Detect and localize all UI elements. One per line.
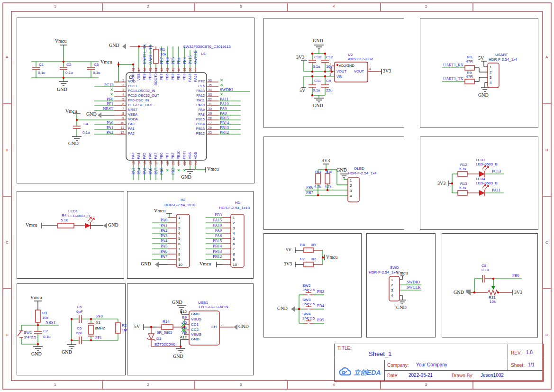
net-flag-3v3[interactable]: 3V3 [284,262,292,266]
net-label[interactable]: PA11 [492,188,500,192]
net-label[interactable]: PA3 [146,233,167,238]
net-label[interactable]: PF1 [95,336,102,340]
res-value[interactable]: 47R [466,75,473,79]
res-value[interactable]: 0R [311,243,316,247]
cap-ref[interactable]: C11 [314,79,321,83]
regulator-ref[interactable]: U2 [348,53,353,57]
net-label[interactable]: PB7 [160,57,164,64]
net-label[interactable]: PB5 [171,57,175,64]
net-label[interactable]: PA0 [78,120,113,125]
resistor[interactable] [458,191,467,195]
net-flag-gnd[interactable]: GND [68,141,79,146]
header-part[interactable]: HDR-F-2.54_1x4 [369,271,397,274]
net-label[interactable]: PA15 [188,55,192,64]
resistor[interactable] [36,310,40,322]
net-label[interactable]: PC13 [78,82,113,87]
res-value[interactable]: 47R [466,60,473,64]
net-label[interactable]: ✕ [220,82,233,87]
sheet-title[interactable]: Sheet_1 [369,351,391,357]
net-label[interactable]: NRST [45,320,56,325]
led-ref[interactable]: LED3 [476,158,485,162]
net-label[interactable]: SWCLK [194,50,198,64]
net-label[interactable] [201,259,222,264]
cap-ref[interactable]: C12 [326,55,333,59]
header-part[interactable]: HDR-F-2.54_1x10 [164,203,195,207]
net-label[interactable]: PA8 [220,111,233,116]
net-label[interactable]: UART1_RX [443,63,463,67]
switch-ref[interactable]: SW2 [302,284,310,288]
cap-ref[interactable]: C6 [77,327,82,330]
net-label[interactable]: PB6 [165,57,170,64]
cap-value[interactable]: 0.1u [38,71,45,75]
net-label[interactable]: PB14 [201,244,222,249]
net-label[interactable]: SWDIO [407,280,420,284]
net-label[interactable]: PA2 [78,130,113,135]
net-flag-gnd[interactable]: GND [172,300,182,305]
net-label[interactable]: PB2 [171,168,175,175]
cap-value[interactable]: 0.1u [93,71,100,75]
net-label[interactable]: PA2 [146,228,167,233]
net-label[interactable]: UART1_TX [443,77,463,81]
cap-value[interactable]: 0.1u [481,268,489,272]
res-ref[interactable]: R6 [300,243,305,247]
cap-ref[interactable]: C9 [326,79,331,83]
net-label[interactable]: PA6 [148,168,153,174]
cap-value[interactable]: 6pF [76,310,83,314]
net-label[interactable]: PA6 [146,249,167,254]
net-flag-5v[interactable]: 5V [286,247,291,252]
net-flag-vmcu[interactable]: Vmcu [55,39,66,44]
res-ref[interactable]: R7 [300,257,305,261]
net-label[interactable]: UART1_RX [143,44,147,64]
cap-value[interactable]: 0.1u [313,89,320,92]
net-label[interactable] [146,259,167,264]
res-value[interactable]: 0R [311,257,316,261]
res-ref[interactable]: R12 [460,163,467,167]
net-flag-gnd[interactable]: GND [313,103,323,108]
net-label[interactable]: PA1 [146,223,167,228]
net-label[interactable]: ✕ [182,168,187,173]
resistor[interactable] [465,79,474,84]
header-ref[interactable]: H1 [235,201,240,205]
net-flag-3v3[interactable]: 3V3 [514,290,522,295]
usb-part[interactable]: TYPE-C-2.0-6PIN [198,305,228,309]
res-value[interactable]: 5.1k [61,219,68,222]
regulator-part[interactable]: AMS1117-3.3V [348,57,373,61]
header-ref[interactable]: USART [495,53,508,57]
cap-ref[interactable]: C3 [94,63,99,67]
net-label[interactable]: PB2 [317,290,324,294]
switch-value[interactable]: 3*4*2.5 [302,302,315,306]
diode-value[interactable]: BZT52C5V6 [154,343,175,346]
net-label[interactable]: PB14 [220,120,233,125]
net-flag-3v3[interactable]: 3V3 [437,181,445,186]
net-label[interactable]: PB0 [512,273,519,278]
resistor[interactable] [316,173,320,184]
cap-value[interactable]: 6pF [76,331,83,335]
net-flag-vmcu[interactable]: Vmcu [396,271,408,275]
switch-ref[interactable]: SW3 [302,298,310,302]
net-label[interactable]: PA4 [146,238,167,244]
resistor[interactable] [57,223,74,228]
header-ref[interactable]: OLED [354,167,364,171]
net-flag-vmcu[interactable]: Vmcu [65,109,77,114]
net-label[interactable] [78,116,113,120]
net-flag-vmcu[interactable]: Vmcu [326,255,337,260]
switch-value[interactable]: 3*4*2.5 [24,336,36,339]
net-label[interactable]: PA5 [143,168,147,174]
header-ref[interactable]: H2 [181,198,185,202]
net-flag-gnd[interactable]: GND [277,306,288,311]
res-value[interactable]: 0R_0805 [157,331,172,335]
net-label[interactable]: ✕ [165,168,170,173]
res-ref[interactable]: R8 [467,55,472,59]
switch-ref[interactable]: SW1 [24,331,32,335]
cap-ref[interactable]: C8 [481,264,486,268]
net-label[interactable]: PF1 [78,101,113,106]
net-label[interactable]: SWCLK [407,285,421,290]
net-label[interactable]: SWDIO [220,87,233,92]
led-ref[interactable]: LED1 [68,210,78,213]
crystal-ref[interactable]: X1 [96,321,100,325]
resistor[interactable] [325,173,330,184]
net-flag-gnd[interactable]: GND [173,354,183,359]
net-label[interactable]: PA10 [201,223,222,228]
net-flag-gnd[interactable]: GND [62,350,72,355]
net-flag-3v3[interactable]: 3V3 [322,158,330,163]
